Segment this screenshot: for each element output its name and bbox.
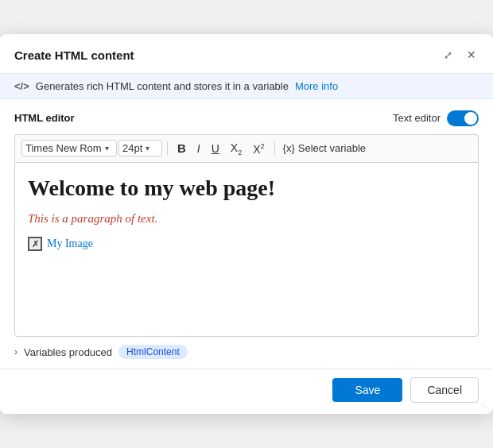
font-size-chevron-icon: ▾ bbox=[146, 144, 149, 153]
dialog-footer: Save Cancel bbox=[0, 369, 493, 414]
dialog-title: Create HTML content bbox=[14, 48, 134, 62]
more-info-link[interactable]: More info bbox=[295, 80, 338, 92]
font-family-chevron-icon: ▾ bbox=[105, 144, 109, 153]
italic-button[interactable]: I bbox=[192, 141, 205, 156]
create-html-dialog: Create HTML content ⤢ × </> Generates ri… bbox=[0, 34, 493, 415]
editor-section: HTML editor Text editor Times New Rom ▾ … bbox=[0, 99, 493, 338]
header-icons: ⤢ × bbox=[441, 45, 479, 65]
font-size-select[interactable]: 24pt ▾ bbox=[118, 140, 162, 156]
formatting-toolbar: Times New Rom ▾ 24pt ▾ B I U X2 bbox=[14, 134, 479, 163]
subscript-button[interactable]: X2 bbox=[226, 140, 246, 158]
superscript-button[interactable]: X2 bbox=[248, 141, 269, 157]
variables-chevron-icon: › bbox=[14, 346, 17, 357]
save-button[interactable]: Save bbox=[332, 378, 402, 402]
image-icon: ✗ bbox=[28, 237, 42, 251]
toolbar-divider-1 bbox=[167, 141, 168, 156]
expand-icon: ⤢ bbox=[444, 49, 452, 61]
subscript-label: X2 bbox=[231, 141, 242, 156]
html-content-badge: HtmlContent bbox=[118, 345, 188, 359]
info-bar: </> Generates rich HTML content and stor… bbox=[0, 74, 493, 99]
resize-handle: ⋱ bbox=[482, 404, 490, 412]
variables-section: › Variables produced HtmlContent bbox=[0, 337, 493, 369]
cancel-button[interactable]: Cancel bbox=[410, 377, 479, 403]
font-size-group: 24pt ▾ bbox=[118, 140, 162, 156]
font-family-select[interactable]: Times New Rom ▾ bbox=[21, 140, 117, 156]
content-heading[interactable]: Welcome to my web page! bbox=[28, 176, 465, 201]
text-editor-label: Text editor bbox=[393, 112, 441, 124]
select-variable-button[interactable]: {x} Select variable bbox=[280, 141, 369, 156]
html-editor-content[interactable]: Welcome to my web page! This is a paragr… bbox=[14, 162, 479, 337]
close-button[interactable]: × bbox=[464, 45, 479, 65]
info-description: Generates rich HTML content and stores i… bbox=[36, 80, 289, 92]
text-editor-toggle[interactable] bbox=[447, 110, 479, 126]
expand-button[interactable]: ⤢ bbox=[441, 48, 456, 63]
editor-label: HTML editor bbox=[14, 112, 75, 124]
close-icon: × bbox=[467, 47, 476, 64]
image-label: My Image bbox=[47, 238, 93, 250]
underline-button[interactable]: U bbox=[207, 141, 224, 156]
toolbar-divider-2 bbox=[274, 141, 275, 156]
font-size-value: 24pt bbox=[122, 142, 142, 154]
content-image-row: ✗ My Image bbox=[28, 237, 465, 251]
bold-button[interactable]: B bbox=[173, 140, 191, 156]
select-variable-label: Select variable bbox=[298, 142, 366, 154]
image-broken-icon: ✗ bbox=[32, 239, 39, 249]
curly-icon: {x} bbox=[283, 142, 295, 154]
font-family-group: Times New Rom ▾ bbox=[21, 140, 117, 156]
text-editor-toggle-group: Text editor bbox=[393, 110, 479, 126]
font-family-value: Times New Rom bbox=[25, 142, 102, 154]
dialog-header: Create HTML content ⤢ × bbox=[0, 34, 493, 74]
code-icon: </> bbox=[14, 80, 29, 92]
editor-header: HTML editor Text editor bbox=[14, 110, 479, 126]
variables-label: Variables produced bbox=[24, 346, 112, 358]
superscript-label: X2 bbox=[253, 142, 264, 156]
content-paragraph[interactable]: This is a paragraph of text. bbox=[28, 212, 465, 226]
